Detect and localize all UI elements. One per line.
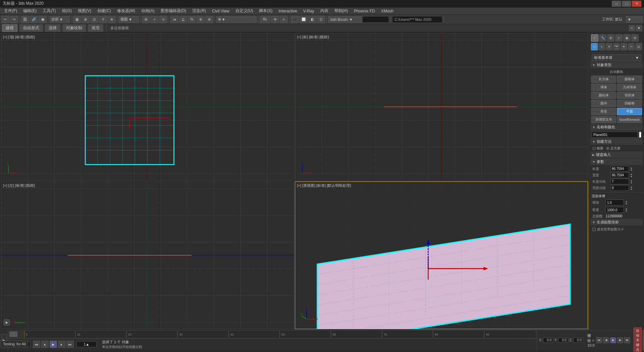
- length-segs-spinner[interactable]: ▲ ▼: [630, 179, 633, 184]
- shape-btn[interactable]: ∿: [598, 43, 605, 50]
- obj-pyramid[interactable]: 四棱锥: [617, 100, 642, 107]
- unlink-button[interactable]: 🔗: [30, 16, 38, 23]
- prev-btn[interactable]: ◀: [603, 337, 609, 343]
- rect-select-button[interactable]: ⊞: [82, 16, 90, 23]
- menu-phoenix[interactable]: Phoenix FD: [351, 8, 378, 14]
- name-color-section[interactable]: ▼ 名称和颜色: [590, 124, 643, 130]
- width-spinner[interactable]: ▲ ▼: [630, 173, 633, 178]
- obj-voxelremesh[interactable]: VoxelRemesh: [617, 116, 642, 123]
- prev-frame-button[interactable]: ⏴: [41, 341, 49, 348]
- workspace-dropdown[interactable]: ▼: [626, 16, 643, 23]
- menu-render[interactable]: 渲染(R): [190, 7, 209, 14]
- width-segs-spinner[interactable]: ▲ ▼: [630, 186, 633, 190]
- scale-button[interactable]: ⊕: [108, 16, 116, 23]
- go-end-button[interactable]: ⏭: [66, 341, 74, 348]
- params-section[interactable]: ▼ 参数: [590, 159, 643, 165]
- menu-vray[interactable]: V-Ray: [301, 8, 317, 14]
- density-spinner[interactable]: ▲ ▼: [625, 208, 628, 212]
- add-button[interactable]: +: [151, 16, 159, 23]
- helper-btn[interactable]: ✦: [621, 43, 627, 50]
- obj-plane[interactable]: 平面: [617, 108, 642, 115]
- spacewarp-btn[interactable]: 〜: [628, 43, 635, 50]
- density-scale-spinner[interactable]: ▲ ▼: [625, 200, 628, 205]
- tab-fill[interactable]: 填充: [88, 24, 103, 32]
- obj-textplus[interactable]: 加强型文本: [591, 116, 616, 123]
- auto-key-button[interactable]: 自动关键点: [634, 327, 642, 352]
- x-value[interactable]: 0.0: [543, 338, 553, 343]
- tab-modeling[interactable]: 建模: [2, 24, 17, 32]
- next-btn[interactable]: ▶: [617, 337, 623, 343]
- realworld-radio[interactable]: [592, 228, 596, 231]
- menu-tools[interactable]: 工具(T): [40, 7, 58, 14]
- menu-civil[interactable]: Civil View: [209, 8, 232, 14]
- mirror-button[interactable]: ⊙: [159, 16, 167, 23]
- tab-selection[interactable]: 选择: [45, 24, 60, 32]
- length-segs-input[interactable]: [610, 179, 629, 184]
- obj-cone[interactable]: 圆锥体: [617, 76, 642, 83]
- lasso-select-button[interactable]: ⊡: [90, 16, 98, 23]
- small-btn1[interactable]: +: [629, 25, 635, 31]
- rewind-all-btn[interactable]: ⏮: [596, 337, 602, 343]
- obj-geosphere[interactable]: 几何球体: [617, 84, 642, 91]
- menu-file[interactable]: 文件(F): [1, 7, 20, 14]
- primitives-dropdown[interactable]: 标准基本体 ▼: [592, 54, 641, 61]
- viewport-left[interactable]: [+] [左] [标准] [线框] ▶: [1, 181, 294, 329]
- menu-modifier[interactable]: 修改器(M): [114, 7, 138, 14]
- menu-view[interactable]: 视图(V): [75, 7, 94, 14]
- geometry-btn[interactable]: ⬡: [591, 43, 598, 50]
- create-tab[interactable]: +: [591, 34, 598, 42]
- reactor-button[interactable]: Rc: [260, 16, 270, 23]
- spinner-snap-button[interactable]: ⊗: [197, 16, 205, 23]
- keyboard-input-section[interactable]: ▶ 键盘输入: [590, 151, 643, 158]
- undo-button[interactable]: ↩: [1, 16, 9, 23]
- edit-named-button[interactable]: ⊕: [205, 16, 213, 23]
- system-btn[interactable]: ◎: [635, 43, 642, 50]
- z-value[interactable]: 0.0: [573, 338, 583, 343]
- minimize-button[interactable]: ─: [612, 1, 621, 7]
- length-spinner[interactable]: ▲ ▼: [630, 167, 633, 171]
- settings-button[interactable]: ⚙: [271, 16, 279, 23]
- select-all-dropdown[interactable]: 全部 ▼: [50, 16, 70, 23]
- y-value[interactable]: 0.0: [558, 338, 568, 343]
- menu-edit[interactable]: 编辑(E): [20, 7, 39, 14]
- density-input[interactable]: [605, 207, 624, 213]
- play-viewport-btn[interactable]: ▶: [4, 319, 10, 325]
- menu-create[interactable]: 创建(C): [95, 7, 114, 14]
- modify-tab[interactable]: 🔧: [599, 34, 606, 42]
- menu-script[interactable]: 脚本(S): [256, 7, 275, 14]
- length-input[interactable]: [610, 166, 629, 172]
- menu-xmesh[interactable]: XMesh: [378, 8, 396, 14]
- play-button[interactable]: ▶: [50, 341, 57, 348]
- play-right-btn[interactable]: ▶: [610, 337, 616, 343]
- angle-snap-button[interactable]: ⊑: [179, 16, 187, 23]
- snap3d-button[interactable]: 3♦: [170, 16, 178, 23]
- viewport-front[interactable]: [+] [前] [标准] [线框] 前 X Z: [295, 33, 588, 181]
- tab-object-paint[interactable]: 对象绘制: [62, 24, 86, 32]
- view-dropdown[interactable]: 视图 ▼: [119, 16, 139, 23]
- tab-freeform[interactable]: 自由形式: [19, 24, 43, 32]
- width-segs-input[interactable]: [610, 185, 629, 191]
- color-swatch[interactable]: [639, 132, 641, 138]
- select-obj-button[interactable]: ▦: [73, 16, 81, 23]
- fwd-all-btn[interactable]: ⏭: [624, 337, 630, 343]
- go-start-button[interactable]: ⏮: [33, 341, 40, 348]
- light-btn[interactable]: ☀: [606, 43, 612, 50]
- small-btn2[interactable]: ▼: [636, 25, 642, 31]
- menu-animation[interactable]: 动画(A): [139, 7, 157, 14]
- radio-square[interactable]: 正方形: [606, 146, 621, 151]
- obj-teapot[interactable]: 茶壶: [591, 108, 616, 115]
- menu-help[interactable]: 帮助(H): [332, 7, 351, 14]
- obj-box[interactable]: 长方体: [591, 76, 616, 83]
- object-name-input[interactable]: [592, 132, 638, 138]
- cloth-brush-dropdown[interactable]: :loth Brush: ▼: [328, 16, 362, 23]
- bind-button[interactable]: ▣: [39, 16, 47, 23]
- object-type-section[interactable]: ▼ 对象类型: [590, 62, 643, 68]
- motion-tab[interactable]: ▷: [615, 34, 623, 42]
- width-input[interactable]: [610, 172, 629, 178]
- select-obj-button[interactable]: 选定对象: [643, 330, 644, 351]
- obj-torus[interactable]: 圆环: [591, 100, 616, 107]
- timeline-ruler[interactable]: 5 15 25 35 45 55 65 75 85: [24, 331, 535, 338]
- active-shade-btn[interactable]: ◧: [308, 16, 316, 23]
- menu-group[interactable]: 组(G): [59, 7, 74, 14]
- rotate-button[interactable]: ↺: [99, 16, 107, 23]
